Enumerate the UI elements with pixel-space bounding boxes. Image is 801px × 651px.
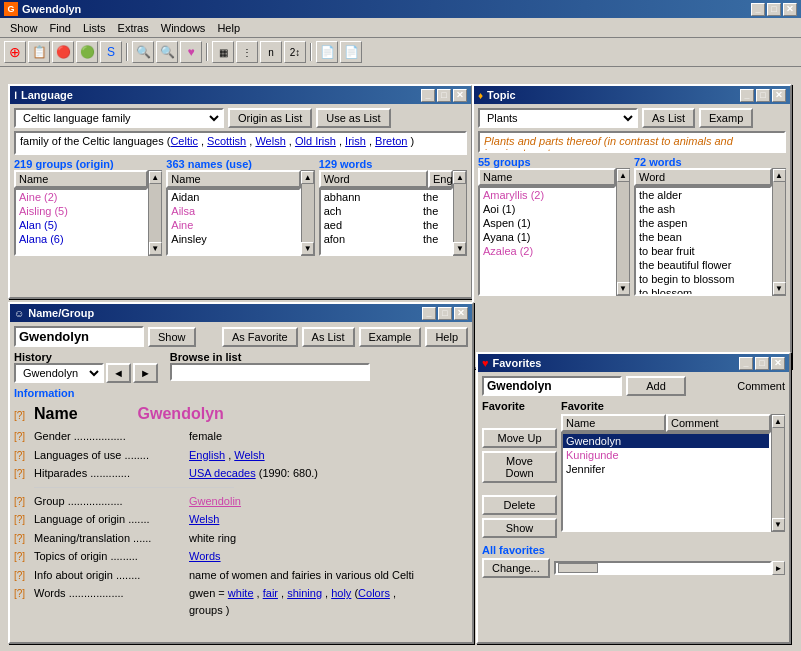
history-fwd-btn[interactable]: ► xyxy=(133,363,158,383)
as-favorite-btn[interactable]: As Favorite xyxy=(222,327,298,347)
link-english[interactable]: English xyxy=(189,449,225,461)
topic-as-list-btn[interactable]: As List xyxy=(642,108,695,128)
fav-scrollbar[interactable]: ▲ ▼ xyxy=(771,414,785,532)
list-item[interactable]: abhannthe xyxy=(321,190,451,204)
language-dropdown[interactable]: Celtic language family xyxy=(14,108,224,128)
list-item[interactable]: Ainsley xyxy=(168,232,298,246)
scroll-down-btn[interactable]: ▼ xyxy=(773,282,786,295)
link-shining[interactable]: shining xyxy=(287,587,322,599)
ng-minimize[interactable]: _ xyxy=(422,307,436,320)
list-item[interactable]: Gwendolyn xyxy=(563,434,769,448)
show-btn[interactable]: Show xyxy=(148,327,196,347)
names-scrollbar[interactable]: ▲ ▼ xyxy=(301,170,315,256)
groups-scrollbar[interactable]: ▲ ▼ xyxy=(148,170,162,256)
origin-as-list-btn[interactable]: Origin as List xyxy=(228,108,312,128)
list-item[interactable]: to blossom xyxy=(636,286,770,296)
menu-lists[interactable]: Lists xyxy=(77,20,112,35)
ng-as-list-btn[interactable]: As List xyxy=(302,327,355,347)
words-listbox[interactable]: abhannthe achthe aedthe afonthe xyxy=(319,188,453,256)
link-welsh[interactable]: Welsh xyxy=(234,449,264,461)
topic-groups-listbox[interactable]: Amaryllis (2) Aoi (1) Aspen (1) Ayana (1… xyxy=(478,186,616,296)
scroll-up-btn[interactable]: ▲ xyxy=(149,171,162,184)
list-item[interactable]: Ailsa xyxy=(168,204,298,218)
menu-extras[interactable]: Extras xyxy=(112,20,155,35)
list-item[interactable]: Jennifer xyxy=(563,462,769,476)
lang-link-celtic[interactable]: Celtic xyxy=(170,135,198,147)
menu-windows[interactable]: Windows xyxy=(155,20,212,35)
toolbar-btn-5[interactable]: S xyxy=(100,41,122,63)
minimize-btn[interactable]: _ xyxy=(751,3,765,16)
toolbar-btn-11[interactable]: n xyxy=(260,41,282,63)
fav-show-btn[interactable]: Show xyxy=(482,518,557,538)
move-down-btn[interactable]: Move Down xyxy=(482,451,557,483)
list-item[interactable]: Alana (6) xyxy=(16,232,146,246)
fav-close[interactable]: ✕ xyxy=(771,357,785,370)
lang-minimize[interactable]: _ xyxy=(421,89,435,102)
list-item[interactable]: the bean xyxy=(636,230,770,244)
link-fair[interactable]: fair xyxy=(263,587,278,599)
scroll-right-btn[interactable]: ► xyxy=(772,561,785,575)
list-item[interactable]: the ash xyxy=(636,202,770,216)
lang-link-breton[interactable]: Breton xyxy=(375,135,407,147)
link-usa-decades[interactable]: USA decades xyxy=(189,467,256,479)
fav-minimize[interactable]: _ xyxy=(739,357,753,370)
list-item[interactable]: Azalea (2) xyxy=(480,244,614,258)
list-item[interactable]: Kunigunde xyxy=(563,448,769,462)
names-listbox[interactable]: Aidan Ailsa Aine Ainsley xyxy=(166,188,300,256)
ng-help-btn[interactable]: Help xyxy=(425,327,468,347)
groups-listbox[interactable]: Aine (2) Aisling (5) Alan (5) Alana (6) xyxy=(14,188,148,256)
ng-close[interactable]: ✕ xyxy=(454,307,468,320)
list-item[interactable]: the alder xyxy=(636,188,770,202)
list-item[interactable]: to bear fruit xyxy=(636,244,770,258)
toolbar-btn-12[interactable]: 2↕ xyxy=(284,41,306,63)
lang-link-scottish[interactable]: Scottish xyxy=(207,135,246,147)
menu-show[interactable]: Show xyxy=(4,20,44,35)
lang-close[interactable]: ✕ xyxy=(453,89,467,102)
toolbar-btn-6[interactable]: 🔍 xyxy=(132,41,154,63)
ng-example-btn[interactable]: Example xyxy=(359,327,422,347)
list-item[interactable]: Amaryllis (2) xyxy=(480,188,614,202)
link-white[interactable]: white xyxy=(228,587,254,599)
toolbar-btn-8[interactable]: ♥ xyxy=(180,41,202,63)
scroll-up-btn[interactable]: ▲ xyxy=(301,171,314,184)
topic-words-listbox[interactable]: the alder the ash the aspen the bean to … xyxy=(634,186,772,296)
toolbar-btn-2[interactable]: 📋 xyxy=(28,41,50,63)
link-colors[interactable]: Colors xyxy=(358,587,390,599)
info-value-topics[interactable]: Words xyxy=(189,548,221,565)
toolbar-btn-10[interactable]: ⋮ xyxy=(236,41,258,63)
list-item[interactable]: Alan (5) xyxy=(16,218,146,232)
name-input[interactable] xyxy=(14,326,144,347)
topic-maximize[interactable]: □ xyxy=(756,89,770,102)
fav-add-btn[interactable]: Add xyxy=(626,376,686,396)
list-item[interactable]: the aspen xyxy=(636,216,770,230)
scroll-down-btn[interactable]: ▼ xyxy=(301,242,314,255)
scroll-up-btn[interactable]: ▲ xyxy=(772,415,785,428)
move-up-btn[interactable]: Move Up xyxy=(482,428,557,448)
topic-words-scrollbar[interactable]: ▲ ▼ xyxy=(772,168,786,296)
list-item[interactable]: achthe xyxy=(321,204,451,218)
words-scrollbar[interactable]: ▲ ▼ xyxy=(453,170,467,256)
info-value-langorigin[interactable]: Welsh xyxy=(189,511,219,528)
toolbar-btn-13[interactable]: 📄 xyxy=(316,41,338,63)
history-dropdown[interactable]: Gwendolyn xyxy=(14,363,104,383)
list-item[interactable]: Ayana (1) xyxy=(480,230,614,244)
list-item[interactable]: Aoi (1) xyxy=(480,202,614,216)
list-item[interactable]: Aine (2) xyxy=(16,190,146,204)
lang-maximize[interactable]: □ xyxy=(437,89,451,102)
lang-link-oldirish[interactable]: Old Irish xyxy=(295,135,336,147)
scroll-up-btn[interactable]: ▲ xyxy=(453,171,466,184)
use-as-list-btn[interactable]: Use as List xyxy=(316,108,390,128)
fav-delete-btn[interactable]: Delete xyxy=(482,495,557,515)
topic-minimize[interactable]: _ xyxy=(740,89,754,102)
favorites-listbox[interactable]: Gwendolyn Kunigunde Jennifer xyxy=(561,432,771,532)
list-item[interactable]: to begin to blossom xyxy=(636,272,770,286)
toolbar-btn-3[interactable]: 🔴 xyxy=(52,41,74,63)
fav-change-btn[interactable]: Change... xyxy=(482,558,550,578)
scroll-down-btn[interactable]: ▼ xyxy=(149,242,162,255)
list-item[interactable]: afonthe xyxy=(321,232,451,246)
scroll-down-btn[interactable]: ▼ xyxy=(617,282,630,295)
topic-dropdown[interactable]: Plants xyxy=(478,108,638,128)
info-value-group[interactable]: Gwendolin xyxy=(189,493,241,510)
scroll-down-btn[interactable]: ▼ xyxy=(772,518,785,531)
browse-input[interactable] xyxy=(170,363,370,381)
